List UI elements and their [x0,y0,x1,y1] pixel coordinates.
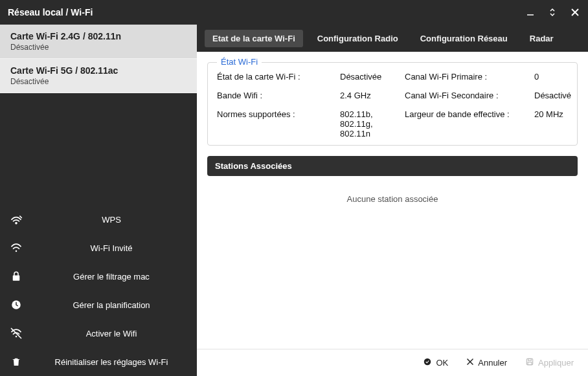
tab-radio-config[interactable]: Configuration Radio [310,30,406,47]
status-value: 0 [534,72,588,82]
wifi-card-title: Carte Wi-Fi 2.4G / 802.11n [10,31,187,41]
svg-point-8 [424,359,431,366]
app-body: Carte Wi-Fi 2.4G / 802.11n Désactivée Ca… [0,25,588,376]
lock-icon [9,271,23,282]
sidebar-item-wps[interactable]: WPS [0,205,197,234]
save-icon [525,357,534,368]
tab-radar[interactable]: Radar [522,30,561,47]
tab-network-config[interactable]: Configuration Réseau [413,30,515,47]
wifi-icon [9,241,23,254]
titlebar: Réseau local / Wi-Fi [0,0,588,25]
status-value: 20 MHz [534,109,588,138]
sidebar-item-label: Réinitialiser les réglages Wi-Fi [35,357,188,367]
sidebar-item-label: Gérer le filtrage mac [35,272,188,282]
status-value: Désactivé [534,91,588,100]
tabbar: Etat de la carte Wi-Fi Configuration Rad… [197,25,588,52]
wifi-card-status: Désactivée [10,77,187,86]
x-icon [466,358,474,368]
button-label: Annuler [478,358,507,368]
status-label: Canal Wi-Fi Secondaire : [405,91,528,100]
status-value: 802.11b, 802.11g, 802.11n [340,109,398,138]
status-label: Normes supportées : [217,109,334,138]
main-panel: Etat de la carte Wi-Fi Configuration Rad… [197,25,588,376]
svg-rect-12 [528,359,532,360]
fieldset-legend: État Wi-Fi [217,57,262,67]
status-label: Canal Wi-Fi Primaire : [405,72,528,82]
ok-button[interactable]: OK [423,357,448,368]
footer: OK Annuler Appliquer [197,349,588,376]
associated-stations-empty: Aucune station associée [207,176,578,222]
sidebar-item-label: Activer le Wifi [35,329,188,338]
minimize-icon[interactable] [526,8,535,17]
sidebar-actions: WPS Wi-Fi Invité Gérer le filtrage mac [0,205,197,376]
svg-rect-13 [528,362,532,365]
svg-point-6 [16,336,17,338]
svg-point-3 [16,223,17,224]
tab-wifi-status[interactable]: Etat de la carte Wi-Fi [205,30,303,47]
sidebar-item-label: Gérer la planification [35,300,188,310]
window-title: Réseau local / Wi-Fi [8,7,526,17]
sidebar-item-guest-wifi[interactable]: Wi-Fi Invité [0,234,197,262]
sidebar-item-reset-wifi[interactable]: Réinitialiser les réglages Wi-Fi [0,348,197,376]
close-icon[interactable] [570,7,580,17]
status-grid: État de la carte Wi-Fi : Désactivée Cana… [217,72,568,138]
sidebar-spacer [0,93,197,205]
wifi-status-fieldset: État Wi-Fi État de la carte Wi-Fi : Désa… [207,62,578,146]
cancel-button[interactable]: Annuler [466,358,507,368]
wps-icon [9,213,23,226]
wifi-off-icon [9,327,23,340]
status-label: Bande Wifi : [217,91,334,100]
sidebar-item-label: WPS [35,215,188,225]
check-icon [423,357,432,368]
status-label: État de la carte Wi-Fi : [217,72,334,82]
wifi-card-5g[interactable]: Carte Wi-Fi 5G / 802.11ac Désactivée [0,59,197,93]
content-area: État Wi-Fi État de la carte Wi-Fi : Désa… [197,52,588,349]
window-controls [526,7,580,17]
button-label: Appliquer [538,358,574,368]
sidebar-item-label: Wi-Fi Invité [35,243,188,253]
wifi-card-24g[interactable]: Carte Wi-Fi 2.4G / 802.11n Désactivée [0,25,197,59]
clock-icon [9,299,23,311]
expand-icon[interactable] [548,8,557,17]
sidebar: Carte Wi-Fi 2.4G / 802.11n Désactivée Ca… [0,25,197,376]
status-value: 2.4 GHz [340,91,398,100]
wifi-card-status: Désactivée [10,43,187,52]
status-label: Largeur de bande effective : [405,109,528,138]
associated-stations-header: Stations Associées [207,156,578,176]
sidebar-item-activate-wifi[interactable]: Activer le Wifi [0,319,197,348]
button-label: OK [436,358,448,368]
wifi-card-list: Carte Wi-Fi 2.4G / 802.11n Désactivée Ca… [0,25,197,93]
svg-point-4 [16,250,17,252]
wifi-card-title: Carte Wi-Fi 5G / 802.11ac [10,65,187,76]
status-value: Désactivée [340,72,398,82]
sidebar-item-mac-filter[interactable]: Gérer le filtrage mac [0,262,197,291]
apply-button: Appliquer [525,357,574,368]
trash-icon [9,357,23,367]
sidebar-item-schedule[interactable]: Gérer la planification [0,291,197,319]
